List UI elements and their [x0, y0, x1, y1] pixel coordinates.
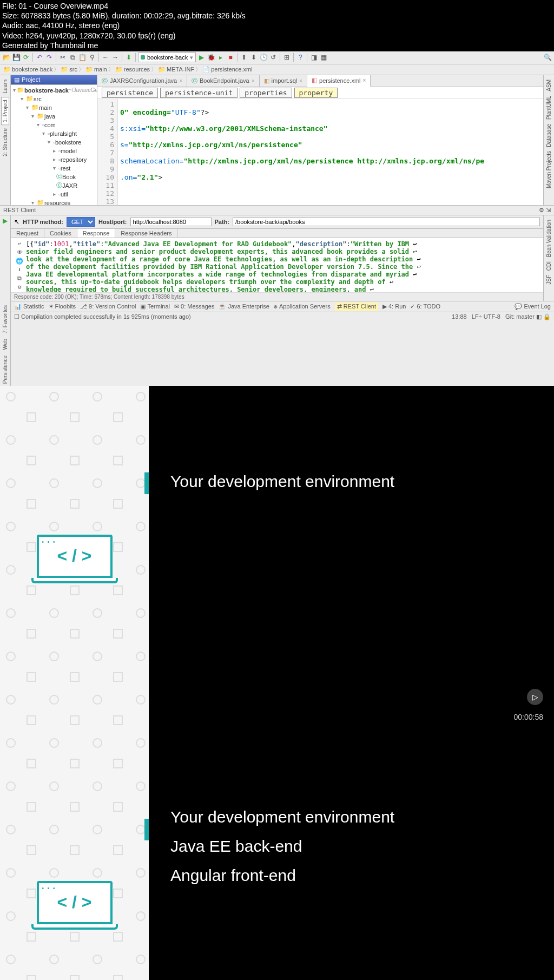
tree-src[interactable]: ▾📁 src — [11, 95, 97, 103]
tab-database[interactable]: Database — [545, 122, 552, 149]
vcs-commit-icon[interactable]: ⬇ — [249, 53, 258, 62]
play-icon[interactable]: ▷ — [527, 689, 543, 705]
tree-bookstore[interactable]: ▾▫ bookstore — [11, 138, 97, 147]
tab-maven[interactable]: Maven Projects — [545, 149, 552, 190]
forward-icon[interactable]: → — [111, 53, 120, 62]
crumb-property[interactable]: property — [294, 88, 338, 98]
tree-util[interactable]: ▸▫ util — [11, 190, 97, 199]
crumb-file[interactable]: 📄 persistence.xml — [202, 66, 252, 73]
rest-response-body[interactable]: ↩ 👁 🌐 ⬇ ⧉ ⚙ [{"id":1001,"title":"Advance… — [11, 238, 543, 292]
coverage-icon[interactable]: ▸ — [216, 53, 225, 62]
tab-persistence[interactable]: ◧persistence.xml× — [307, 75, 371, 87]
tab-web[interactable]: Web — [2, 337, 9, 352]
status-git[interactable]: Git: master — [505, 313, 535, 320]
bottom-floobits[interactable]: ✶ Floobits — [49, 303, 76, 310]
tab-asm[interactable]: ASM — [545, 77, 552, 94]
settings-icon[interactable]: ⚙ — [15, 284, 24, 291]
crumb-persistence[interactable]: persistence — [102, 88, 158, 98]
cut-icon[interactable]: ✂ — [58, 53, 67, 62]
paste-icon[interactable]: 📋 — [78, 53, 87, 62]
tab-cdi[interactable]: CDI — [545, 259, 552, 273]
open-browser-icon[interactable]: 🌐 — [15, 258, 24, 265]
rest-run-icon[interactable]: ▶ — [1, 216, 10, 225]
undo-icon[interactable]: ↶ — [35, 53, 44, 62]
code-content[interactable]: 0" encoding="UTF-8"?> s:xsi="http://www.… — [118, 99, 486, 205]
debug-icon[interactable]: 🐞 — [207, 53, 215, 62]
tree-book[interactable]: ⓒ Book — [11, 173, 97, 181]
tab-favorites[interactable]: 7: Favorites — [2, 303, 9, 336]
tab-plantuml[interactable]: PlantUML — [545, 94, 552, 122]
tree-root[interactable]: ▾📁 bookstore-back ~/JavaeeGettin — [11, 86, 97, 95]
tab-bean[interactable]: Bean Validation — [545, 218, 552, 259]
bottom-run[interactable]: ▶ 4: Run — [382, 303, 406, 310]
tree-model[interactable]: ▸▫ model — [11, 147, 97, 155]
bottom-javaee[interactable]: ☕ Java Enterprise — [219, 303, 269, 310]
bottom-terminal[interactable]: ▣ Terminal — [140, 303, 170, 310]
sync-icon[interactable]: ⟳ — [22, 53, 30, 62]
bottom-todo[interactable]: ✓ 6: TODO — [410, 303, 440, 310]
vcs-revert-icon[interactable]: ↺ — [269, 53, 278, 62]
tab-project[interactable]: 1: Project — [1, 97, 9, 125]
crumb-properties[interactable]: properties — [240, 88, 292, 98]
method-select[interactable]: GET — [67, 217, 95, 227]
rest-tab-headers[interactable]: Response Headers — [115, 229, 177, 238]
path-input[interactable] — [233, 218, 540, 226]
bottom-messages[interactable]: ✉ 0: Messages — [174, 303, 214, 310]
bottom-statistic[interactable]: 📊 Statistic — [14, 303, 44, 310]
open-icon[interactable]: 📂 — [2, 53, 11, 62]
docker-icon[interactable]: ▦ — [319, 53, 328, 62]
rest-tab-request[interactable]: Request — [11, 229, 44, 238]
tab-jaxrs[interactable]: ⓒJAXRSConfiguration.java× — [97, 75, 187, 87]
find-icon[interactable]: ⚲ — [88, 53, 96, 62]
rest-tab-response[interactable]: Response — [77, 229, 116, 238]
crumb-resources[interactable]: 📁 resources — [115, 66, 150, 73]
bottom-vcs[interactable]: ⎇ 9: Version Control — [80, 303, 136, 310]
wrap-icon[interactable]: ↩ — [15, 240, 24, 247]
tab-importsql[interactable]: ◧import.sql× — [260, 75, 308, 87]
tab-structure[interactable]: 2: Structure — [2, 126, 9, 159]
view-icon[interactable]: 👁 — [15, 249, 24, 256]
save-icon[interactable]: 💾 — [12, 53, 21, 62]
crumb-unit[interactable]: persistence-unit — [160, 88, 238, 98]
rest-header[interactable]: REST Client⚙ ⇲ — [0, 206, 554, 215]
gear-icon[interactable]: ⚙ — [539, 207, 544, 213]
code-editor[interactable]: 123456789101112131415 0" encoding="UTF-8… — [97, 99, 543, 205]
run-config-selector[interactable]: bookstore-back▾ — [138, 52, 196, 62]
copy-icon[interactable]: ⧉ — [15, 275, 24, 282]
crumb-project[interactable]: 📁 bookstore-back — [3, 66, 52, 73]
bottom-eventlog[interactable]: 💬 Event Log — [515, 303, 551, 310]
crumb-main[interactable]: 📁 main — [85, 66, 107, 73]
copy-icon[interactable]: ⧉ — [68, 53, 77, 62]
tree-pluralsight[interactable]: ▾▫ pluralsight — [11, 129, 97, 138]
jrebel-icon[interactable]: ◨ — [309, 53, 318, 62]
tab-persistence[interactable]: Persistence — [2, 353, 9, 386]
crumb-metainf[interactable]: 📁 META-INF — [158, 66, 194, 73]
vcs-update-icon[interactable]: ⬆ — [240, 53, 248, 62]
tree-main[interactable]: ▾📁 main — [11, 103, 97, 112]
search-icon[interactable]: 🔍 — [543, 53, 552, 62]
redo-icon[interactable]: ↷ — [45, 53, 54, 62]
vcs-history-icon[interactable]: 🕓 — [259, 53, 268, 62]
bottom-restclient[interactable]: ⇄ REST Client — [335, 302, 378, 311]
stop-icon[interactable]: ■ — [226, 53, 235, 62]
tree-java[interactable]: ▾📁 java — [11, 112, 97, 121]
tree-rest[interactable]: ▾▫ rest — [11, 164, 97, 173]
help-icon[interactable]: ? — [296, 53, 305, 62]
rest-tab-cookies[interactable]: Cookies — [44, 229, 77, 238]
minimize-icon[interactable]: ⇲ — [546, 207, 551, 213]
run-icon[interactable]: ▶ — [197, 53, 206, 62]
panel-header[interactable]: ▤ Project — [11, 75, 97, 85]
structure-icon[interactable]: ⊞ — [282, 53, 291, 62]
tree-com[interactable]: ▾▫ com — [11, 121, 97, 129]
tab-learn[interactable]: Learn — [2, 77, 9, 96]
tree-repository[interactable]: ▸▫ repository — [11, 155, 97, 164]
host-input[interactable] — [130, 218, 212, 226]
tree-jaxr[interactable]: ⓒ JAXR — [11, 181, 97, 190]
tab-jsf[interactable]: JSF — [545, 273, 552, 287]
export-icon[interactable]: ⬇ — [15, 266, 24, 273]
back-icon[interactable]: ← — [101, 53, 110, 62]
crumb-src[interactable]: 📁 src — [61, 66, 77, 73]
tree-resources[interactable]: ▾📁 resources — [11, 199, 97, 205]
rest-cursor-icon[interactable]: ↖ — [14, 218, 19, 226]
bottom-appservers[interactable]: ⎈ Application Servers — [274, 303, 331, 310]
